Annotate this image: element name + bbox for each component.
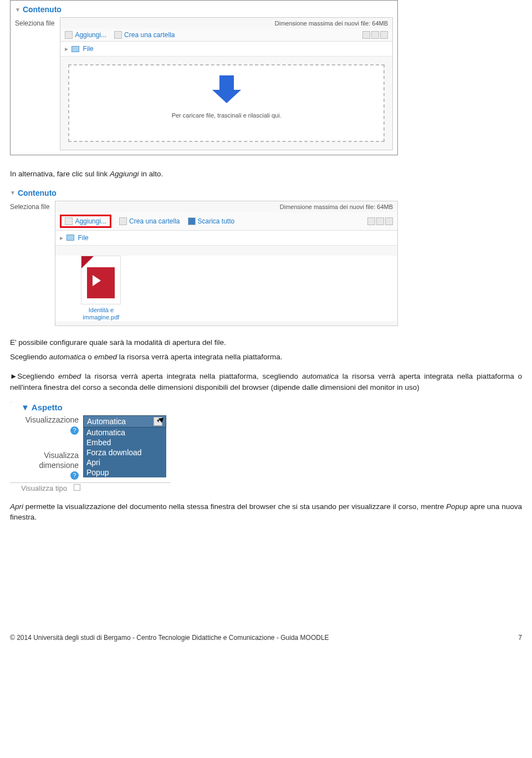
file-picker: Dimensione massima dei nuovi file: 64MB … bbox=[55, 201, 398, 326]
option-popup[interactable]: Popup bbox=[83, 467, 166, 477]
view-grid-icon[interactable] bbox=[362, 31, 370, 39]
paragraph-embed-detail: ►Scegliendo embed la risorsa verrà apert… bbox=[10, 371, 522, 393]
folder-icon bbox=[71, 46, 79, 52]
chevron-down-icon[interactable]: ▾ bbox=[154, 417, 162, 426]
option-embed[interactable]: Embed bbox=[83, 437, 166, 447]
option-automatica[interactable]: Automatica bbox=[83, 428, 166, 437]
create-folder-icon bbox=[119, 217, 127, 225]
section-title: Contenuto bbox=[18, 189, 57, 197]
download-all-link[interactable]: Scarica tutto bbox=[188, 217, 235, 225]
maxsize-text: Dimensione massima dei nuovi file: 64MB bbox=[280, 204, 393, 210]
screenshot-aspetto: ▼ Aspetto Visualizzazione ? Automatica ▾… bbox=[10, 401, 171, 492]
create-folder-link[interactable]: Crea una cartella bbox=[119, 217, 180, 225]
section-title: Aspetto bbox=[32, 403, 63, 412]
create-folder-icon bbox=[114, 31, 122, 39]
view-list-icon[interactable] bbox=[371, 31, 379, 39]
add-file-link-highlighted[interactable]: Aggiungi... bbox=[60, 215, 111, 228]
caret-down-icon: ▼ bbox=[10, 190, 16, 196]
add-file-icon bbox=[65, 217, 73, 225]
caret-down-icon: ▼ bbox=[15, 7, 21, 13]
view-mode-buttons[interactable] bbox=[362, 31, 388, 39]
file-picker: Dimensione massima dei nuovi file: 64MB … bbox=[60, 17, 393, 150]
section-header-contenuto-2[interactable]: ▼ Contenuto bbox=[10, 189, 398, 197]
help-icon[interactable]: ? bbox=[70, 471, 79, 480]
file-breadcrumb[interactable]: ▸ File bbox=[60, 42, 392, 57]
cursor-icon bbox=[158, 416, 166, 423]
page-footer: © 2014 Università degli studi di Bergamo… bbox=[10, 634, 522, 648]
field-label: Seleziona file bbox=[10, 201, 49, 211]
caret-down-icon: ▼ bbox=[21, 403, 29, 412]
help-icon[interactable]: ? bbox=[70, 426, 79, 435]
create-folder-link[interactable]: Crea una cartella bbox=[114, 31, 175, 39]
field-label: Seleziona file bbox=[15, 17, 54, 27]
download-icon bbox=[188, 217, 196, 225]
pdf-file-tile[interactable]: Identità e immagine.pdf bbox=[79, 256, 123, 321]
page-number: 7 bbox=[518, 634, 522, 642]
dropzone-hint: Per caricare file, trascinali e rilascia… bbox=[79, 112, 374, 119]
maxsize-text: Dimensione massima dei nuovi file: 64MB bbox=[275, 20, 388, 27]
section-header-aspetto[interactable]: ▼ Aspetto bbox=[21, 403, 171, 412]
label-visualizzazione: Visualizzazione ? bbox=[10, 415, 79, 435]
select-current: Automatica bbox=[87, 417, 126, 426]
view-mode-buttons[interactable] bbox=[367, 217, 393, 225]
screenshot-contenuto-pdf: ▼ Contenuto Seleziona file Dimensione ma… bbox=[10, 189, 398, 326]
add-file-icon bbox=[65, 31, 73, 39]
footer-credits: © 2014 Università degli studi di Bergamo… bbox=[10, 634, 329, 642]
breadcrumb-caret-icon: ▸ bbox=[60, 234, 63, 242]
folder-icon bbox=[66, 235, 74, 241]
option-forza-download[interactable]: Forza download bbox=[83, 447, 166, 457]
upload-arrow-icon bbox=[212, 75, 242, 105]
paragraph-aggiungi: In alternativa, fare clic sul link Aggiu… bbox=[10, 169, 522, 180]
label-visualizza-dimensione: Visualizza dimensione ? bbox=[10, 451, 79, 480]
add-file-link[interactable]: Aggiungi... bbox=[65, 31, 106, 39]
option-apri[interactable]: Apri bbox=[83, 457, 166, 467]
view-detail-icon[interactable] bbox=[385, 217, 393, 225]
breadcrumb-caret-icon: ▸ bbox=[65, 45, 68, 53]
view-detail-icon[interactable] bbox=[380, 31, 388, 39]
paragraph-apri-popup: Apri permette la visualizzazione del doc… bbox=[10, 501, 522, 523]
pdf-thumbnail-icon bbox=[81, 256, 121, 304]
file-breadcrumb[interactable]: ▸ File bbox=[55, 231, 397, 246]
view-list-icon[interactable] bbox=[376, 217, 384, 225]
file-dropzone[interactable]: Per caricare file, trascinali e rilascia… bbox=[68, 64, 385, 142]
visualizzazione-select[interactable]: Automatica ▾ Automatica Embed Forza down… bbox=[83, 415, 166, 477]
paragraph-auto-embed: Scegliendo automatica o embed la risorsa… bbox=[10, 352, 522, 363]
screenshot-contenuto-dropzone: ▼ Contenuto Seleziona file Dimensione ma… bbox=[10, 0, 398, 155]
section-header-contenuto[interactable]: ▼ Contenuto bbox=[15, 5, 393, 14]
label-visualizza-tipo: Visualizza tipo bbox=[21, 484, 67, 492]
paragraph-config: E' possibile configurare quale sarà la m… bbox=[10, 337, 522, 348]
pdf-filename: Identità e immagine.pdf bbox=[79, 307, 123, 321]
view-grid-icon[interactable] bbox=[367, 217, 375, 225]
checkbox[interactable] bbox=[74, 484, 80, 491]
section-title: Contenuto bbox=[23, 5, 62, 14]
